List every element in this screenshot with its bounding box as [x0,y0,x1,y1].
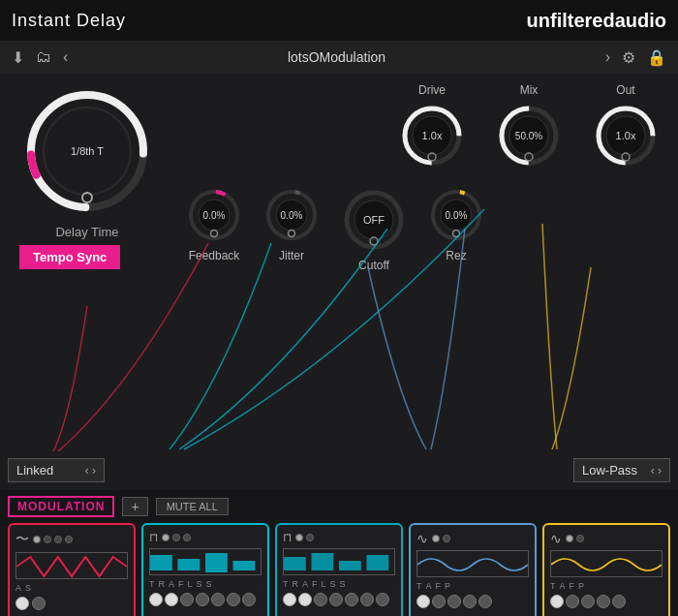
mini-knob[interactable] [32,597,46,610]
mini-knob[interactable] [165,593,178,606]
mod-dot [172,534,180,541]
mini-knob[interactable] [478,595,492,608]
drive-label: Drive [418,83,446,97]
mod-slot-1: 〜 AS [8,523,136,616]
tempo-sync-button[interactable]: Tempo Sync [19,245,120,269]
feedback-knob[interactable]: 0.0% [184,185,244,245]
mod-slot-1-dots [33,536,73,543]
folder-icon[interactable]: 🗂 [32,46,55,68]
filter-arrows: ‹ › [651,464,662,477]
out-label: Out [616,83,634,97]
rez-knob[interactable]: 0.0% [426,185,486,245]
svg-rect-38 [312,553,334,570]
jitter-label: Jitter [279,249,304,262]
main-area: 1/8th T Delay Time Tempo Sync Drive 1.0x… [0,74,678,490]
mod-slot-5: ∿ TAFP [542,523,670,616]
mini-knob[interactable] [242,593,256,606]
delay-time-knob[interactable]: 1/8th T [19,83,155,219]
mod-slots-container: 〜 AS [8,523,670,616]
mini-knob[interactable] [432,595,446,608]
mod-slot-5-labels: TAFP [550,581,663,591]
svg-point-15 [606,116,645,155]
brand-title: unfilteredaudio [527,10,666,32]
toolbar-right: › ⚙ 🔒 [601,46,670,69]
svg-rect-36 [233,561,256,570]
preset-name[interactable]: lotsOModulation [76,49,597,65]
mini-knob[interactable] [329,593,343,606]
svg-point-27 [354,200,393,239]
mini-knob[interactable] [447,595,461,608]
mod-slot-4-top: ∿ [416,531,529,546]
mini-knob[interactable] [597,595,610,608]
mini-knob[interactable] [283,593,296,606]
mini-knob[interactable] [416,595,430,608]
mini-knob[interactable] [463,595,477,608]
mini-knob[interactable] [15,597,29,610]
mod-add-button[interactable]: + [122,497,147,516]
mod-dot [443,535,450,542]
mini-knob[interactable] [298,593,312,606]
mod-slot-4-labels: TAFP [416,581,529,591]
rez-label: Rez [446,249,466,262]
cutoff-knob[interactable]: OFF [339,185,409,255]
drive-knob[interactable]: 1.0x [397,101,467,170]
filter-value: Low-Pass [582,463,637,477]
modulation-section: MODULATION + MUTE ALL 〜 AS [0,490,678,616]
mod-dot [33,536,41,543]
mix-knob[interactable]: 50.0% [494,101,564,170]
delay-section: 1/8th T Delay Time Tempo Sync [19,83,155,269]
header: Instant Delay unfilteredaudio [0,0,678,41]
svg-rect-37 [284,557,306,570]
mod-dot [44,536,51,543]
linked-arrows: ‹ › [85,464,96,477]
mini-knob[interactable] [180,593,194,606]
jitter-knob-group: 0.0% Jitter [262,185,322,262]
brand-prefix: unfiltered [527,10,615,31]
mini-knob[interactable] [360,593,374,606]
mid-knobs-row: 0.0% Feedback 0.0% Jitter [184,185,486,272]
out-knob[interactable]: 1.0x [591,101,661,170]
mini-knob[interactable] [376,593,389,606]
mix-knob-group: Mix 50.0% [494,83,564,170]
mod-dot [295,534,303,541]
download-icon[interactable]: ⬇ [8,46,28,69]
jitter-knob[interactable]: 0.0% [262,185,322,245]
mod-dot [183,534,191,541]
drive-knob-group: Drive 1.0x [397,83,467,170]
mod-mute-button[interactable]: MUTE ALL [156,498,229,515]
mini-knob[interactable] [149,593,163,606]
forward-icon[interactable]: › [601,46,614,68]
mini-knob[interactable] [550,595,564,608]
svg-point-31 [441,200,472,231]
mod-dot [306,534,314,541]
mini-knob[interactable] [566,595,579,608]
mini-knob[interactable] [581,595,595,608]
svg-point-20 [199,200,230,231]
mod-slot-4: ∿ TAFP [409,523,537,616]
mix-label: Mix [520,83,539,97]
svg-rect-34 [178,559,200,570]
mini-knob[interactable] [211,593,225,606]
svg-point-21 [211,231,218,237]
selectors-row: Linked ‹ › Low-Pass ‹ › [8,458,670,482]
lock-icon[interactable]: 🔒 [643,46,670,69]
mini-knob[interactable] [196,593,209,606]
back-icon[interactable]: ‹ [59,46,72,68]
filter-type-selector[interactable]: Low-Pass ‹ › [573,458,670,482]
mod-slot-2-labels: TRAFLSS [149,579,262,589]
mini-knob[interactable] [314,593,327,606]
linked-selector[interactable]: Linked ‹ › [8,458,105,482]
mod-slot-1-knobs [15,597,128,610]
mod-slot-3-dots [295,534,314,541]
top-knobs-row: Drive 1.0x Mix 50. [397,83,661,170]
delay-time-label: Delay Time [19,225,155,239]
mini-knob[interactable] [612,595,626,608]
mod-dot [432,535,440,542]
settings-icon[interactable]: ⚙ [618,46,639,69]
mod-slot-4-knobs [416,595,529,608]
plugin-title: Instant Delay [12,11,126,31]
mod-slot-3-top: ⊓ [283,531,395,544]
mini-knob[interactable] [345,593,358,606]
svg-rect-33 [150,555,172,570]
mini-knob[interactable] [227,593,240,606]
